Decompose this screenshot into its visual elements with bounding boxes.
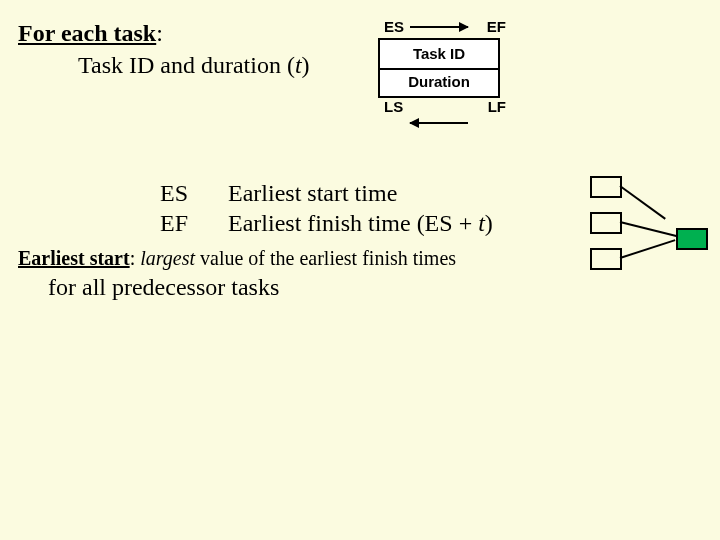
succ-box [676,228,708,250]
def-ef-text-b: ) [485,210,493,236]
node-box: Task ID Duration [378,38,500,98]
node-divider [380,68,498,70]
def-ef-text: Earliest finish time (ES + t) [228,208,493,238]
note-line-1: Earliest start: largest value of the ear… [18,246,456,271]
def-ef-abbr: EF [160,208,188,238]
node-task-id: Task ID [380,45,498,62]
slide: For each task: Task ID and duration (t) … [0,0,720,540]
def-ef-text-a: Earliest finish time (ES + [228,210,478,236]
bottom-arrow-icon [410,122,468,124]
header-line-2: Task ID and duration (t) [78,50,310,80]
note-lead: Earliest start [18,247,130,269]
conn-2 [620,221,677,237]
note-tail1: value of the earliest finish times [195,247,456,269]
node-es-label: ES [384,18,404,35]
for-each-task-colon: : [156,20,163,46]
note-largest: largest [140,247,195,269]
node-duration: Duration [380,73,498,90]
pred-box-2 [590,212,622,234]
def-ef-text-t: t [478,210,485,236]
task-id-duration-a: Task ID and duration ( [78,52,295,78]
conn-3 [620,239,676,259]
task-id-duration-b: ) [302,52,310,78]
node-ef-label: EF [487,18,506,35]
predecessor-diagram [580,170,720,290]
pred-box-3 [590,248,622,270]
def-es-abbr: ES [160,178,188,208]
pred-box-1 [590,176,622,198]
header-line-1: For each task: [18,18,163,48]
conn-1 [619,185,665,220]
def-es-text: Earliest start time [228,178,397,208]
node-ls-label: LS [384,98,403,115]
top-arrow-icon [410,26,468,28]
for-each-task: For each task [18,20,156,46]
node-lf-label: LF [488,98,506,115]
node-diagram: ES EF Task ID Duration LS LF [370,18,520,138]
note-colon: : [130,247,141,269]
task-id-duration-t: t [295,52,302,78]
note-line-2: for all predecessor tasks [48,272,279,302]
